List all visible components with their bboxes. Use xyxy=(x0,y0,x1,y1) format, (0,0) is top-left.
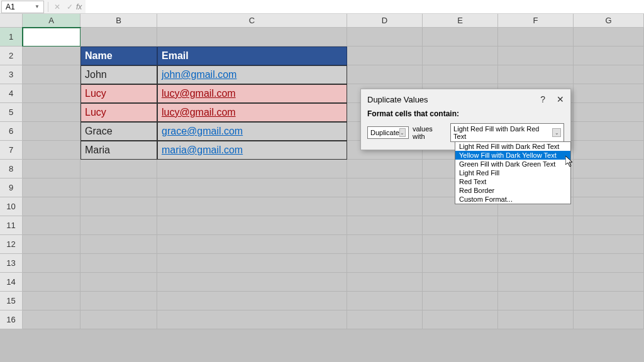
cell[interactable] xyxy=(23,310,80,329)
format-select[interactable]: Light Red Fill with Dark Red Text ⌄ xyxy=(450,123,564,142)
cancel-icon[interactable]: ✕ xyxy=(51,3,64,11)
row-header[interactable]: 12 xyxy=(0,235,23,254)
cell[interactable] xyxy=(23,273,80,292)
cell[interactable] xyxy=(498,310,574,329)
row-header[interactable]: 1 xyxy=(0,28,23,47)
cell[interactable]: maria@gmail.com xyxy=(157,141,347,160)
cell[interactable] xyxy=(574,28,644,47)
cell[interactable] xyxy=(423,28,498,47)
cell[interactable] xyxy=(347,273,423,292)
cell[interactable] xyxy=(347,235,423,254)
cell[interactable] xyxy=(574,273,644,292)
email-link[interactable]: lucy@gmail.com xyxy=(162,88,236,99)
row-header[interactable]: 4 xyxy=(0,84,23,103)
cell[interactable] xyxy=(574,47,644,65)
cell[interactable] xyxy=(574,235,644,254)
dropdown-option[interactable]: Yellow Fill with Dark Yellow Text xyxy=(455,151,570,160)
cell[interactable] xyxy=(23,141,80,160)
email-link[interactable]: john@gmail.com xyxy=(162,69,236,80)
cell[interactable] xyxy=(347,197,423,216)
cell[interactable] xyxy=(574,65,644,84)
col-header-E[interactable]: E xyxy=(423,14,498,28)
cell[interactable] xyxy=(80,310,157,329)
close-icon[interactable]: ✕ xyxy=(557,94,564,104)
cell[interactable] xyxy=(157,310,347,329)
cell[interactable] xyxy=(347,254,423,273)
col-header-D[interactable]: D xyxy=(347,14,423,28)
row-header[interactable]: 7 xyxy=(0,141,23,160)
cell[interactable] xyxy=(498,273,574,292)
email-link[interactable]: lucy@gmail.com xyxy=(162,107,236,118)
cell[interactable] xyxy=(80,216,157,235)
row-header[interactable]: 10 xyxy=(0,197,23,216)
col-header-C[interactable]: C xyxy=(157,14,347,28)
cell[interactable] xyxy=(498,65,574,84)
cell[interactable] xyxy=(23,103,80,122)
cell[interactable] xyxy=(574,216,644,235)
cell[interactable]: lucy@gmail.com xyxy=(157,103,347,122)
cell[interactable] xyxy=(574,178,644,197)
col-header-G[interactable]: G xyxy=(574,14,644,28)
cell[interactable] xyxy=(23,235,80,254)
cell[interactable] xyxy=(157,28,347,47)
cell[interactable] xyxy=(423,273,498,292)
formula-input[interactable] xyxy=(86,0,644,13)
col-header-A[interactable]: A xyxy=(23,14,80,28)
cell[interactable] xyxy=(157,292,347,310)
cell[interactable] xyxy=(498,47,574,65)
cell[interactable] xyxy=(157,273,347,292)
cell[interactable] xyxy=(574,160,644,178)
cell[interactable] xyxy=(423,216,498,235)
cell[interactable] xyxy=(80,28,157,47)
cell[interactable] xyxy=(574,141,644,160)
fx-label[interactable]: fx xyxy=(76,3,82,11)
row-header[interactable]: 9 xyxy=(0,178,23,197)
cell[interactable] xyxy=(157,160,347,178)
cell[interactable] xyxy=(423,292,498,310)
cell[interactable] xyxy=(23,292,80,310)
cell[interactable] xyxy=(80,178,157,197)
cell[interactable] xyxy=(157,235,347,254)
cell[interactable] xyxy=(574,197,644,216)
cell[interactable] xyxy=(157,178,347,197)
chevron-down-icon[interactable]: ▼ xyxy=(35,4,40,9)
cell[interactable]: Grace xyxy=(80,122,157,141)
dropdown-option[interactable]: Green Fill with Dark Green Text xyxy=(455,160,570,168)
row-header[interactable]: 6 xyxy=(0,122,23,141)
cell[interactable] xyxy=(574,84,644,103)
select-all-corner[interactable] xyxy=(0,14,23,28)
cell[interactable] xyxy=(23,47,80,65)
cell[interactable] xyxy=(347,310,423,329)
cell[interactable]: Name xyxy=(80,47,157,65)
cell[interactable] xyxy=(423,254,498,273)
cell[interactable] xyxy=(423,47,498,65)
cell[interactable] xyxy=(23,254,80,273)
cell[interactable] xyxy=(23,160,80,178)
cell[interactable] xyxy=(498,292,574,310)
row-header[interactable]: 3 xyxy=(0,65,23,84)
email-link[interactable]: maria@gmail.com xyxy=(162,145,243,156)
cell[interactable]: Lucy xyxy=(80,84,157,103)
col-header-F[interactable]: F xyxy=(498,14,574,28)
cell[interactable] xyxy=(574,292,644,310)
cell[interactable] xyxy=(498,235,574,254)
dropdown-option[interactable]: Red Border xyxy=(455,186,570,195)
cell[interactable] xyxy=(347,28,423,47)
cell[interactable] xyxy=(23,28,80,47)
cell[interactable] xyxy=(157,254,347,273)
cell[interactable] xyxy=(347,47,423,65)
row-header[interactable]: 16 xyxy=(0,310,23,329)
name-box[interactable]: A1 ▼ xyxy=(1,1,44,13)
duplicate-select[interactable]: Duplicate ⌄ xyxy=(367,126,409,139)
row-header[interactable]: 2 xyxy=(0,47,23,65)
cell[interactable] xyxy=(347,292,423,310)
enter-icon[interactable]: ✓ xyxy=(64,3,76,11)
cell[interactable] xyxy=(23,122,80,141)
row-header[interactable]: 15 xyxy=(0,292,23,310)
cell[interactable]: Email xyxy=(157,47,347,65)
dropdown-option[interactable]: Light Red Fill with Dark Red Text xyxy=(455,142,570,151)
cell[interactable] xyxy=(23,84,80,103)
cell[interactable] xyxy=(347,65,423,84)
cell[interactable] xyxy=(23,197,80,216)
cell[interactable] xyxy=(574,254,644,273)
